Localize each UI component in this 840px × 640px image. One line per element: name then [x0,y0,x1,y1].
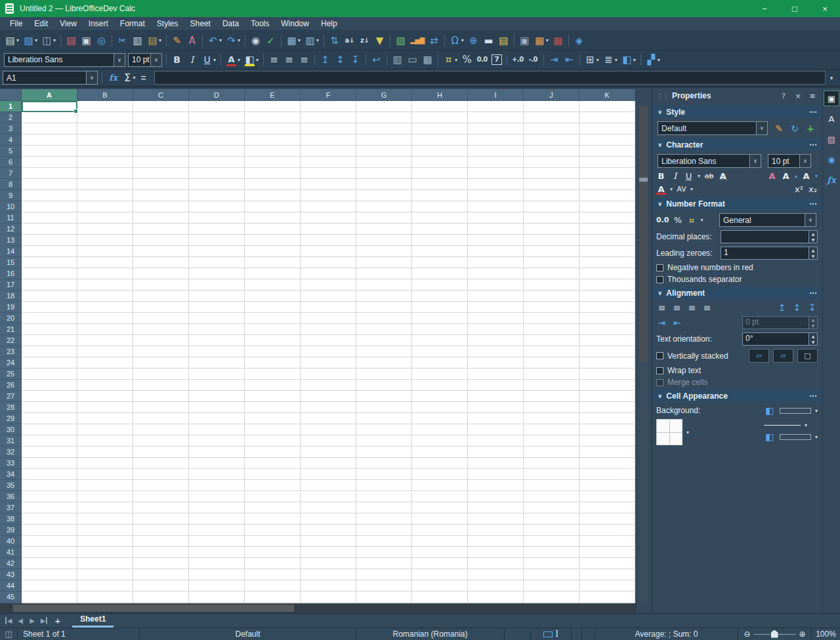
clear-direct-formatting-icon[interactable]: A [767,171,777,181]
cell-E3[interactable] [245,123,301,134]
cell-J45[interactable] [524,591,579,603]
sidebar-close-icon[interactable]: × [793,92,803,100]
cell-C41[interactable] [133,547,189,558]
row-header-35[interactable]: 35 [0,480,22,491]
cell-C22[interactable] [133,335,189,346]
negative-red-checkbox[interactable] [656,264,663,271]
cell-I15[interactable] [468,257,524,268]
column-header-G[interactable]: G [356,89,412,101]
row-header-39[interactable]: 39 [0,525,22,536]
cell-D40[interactable] [189,536,245,547]
cell-I3[interactable] [468,123,524,134]
cell-D16[interactable] [189,268,245,279]
sidebar-font-color-icon[interactable]: A [656,184,666,194]
format-currency-icon[interactable]: ¤ [687,215,697,225]
cell-C38[interactable] [133,513,189,525]
cell-C21[interactable] [133,324,189,335]
cell-I25[interactable] [468,369,524,380]
cell-H34[interactable] [412,469,468,480]
cell-C11[interactable] [133,212,189,224]
cell-G37[interactable] [356,502,412,513]
cell-H12[interactable] [412,224,468,235]
autoformat-styles-button[interactable]: ▦▾ [532,33,551,49]
cell-J2[interactable] [524,112,579,123]
cell-C14[interactable] [133,246,189,257]
new-document-dropdown-icon[interactable]: ▾ [16,37,19,43]
cell-J30[interactable] [524,424,579,435]
cell-F39[interactable] [301,525,356,536]
cell-C36[interactable] [133,491,189,502]
merge-and-center-cells-button[interactable]: ▥ [390,52,405,68]
cell-F15[interactable] [301,257,356,268]
cell-K30[interactable] [579,424,635,435]
cell-D42[interactable] [189,558,245,569]
cell-H35[interactable] [412,480,468,491]
cell-E2[interactable] [245,112,301,123]
cell-I33[interactable] [468,458,524,469]
cell-F21[interactable] [301,324,356,335]
freeze-rows-and-columns-button[interactable]: ▦ [551,33,566,49]
cell-G14[interactable] [356,246,412,257]
cell-C28[interactable] [133,402,189,413]
menu-tools[interactable]: Tools [245,17,275,30]
cell-F29[interactable] [301,413,356,424]
selection-stats[interactable]: Average: ; Sum: 0 [595,628,738,640]
cell-A17[interactable] [22,279,77,290]
expand-formula-bar-icon[interactable]: ▾ [826,75,837,81]
cell-F4[interactable] [301,134,356,146]
cell-D30[interactable] [189,424,245,435]
cell-A19[interactable] [22,302,77,313]
underline-dropdown-icon[interactable]: ▾ [213,57,216,63]
cell-E20[interactable] [245,313,301,324]
cell-K10[interactable] [579,201,635,212]
insert-pivot-table-button[interactable]: ⇄ [427,33,442,49]
cell-J26[interactable] [524,380,579,391]
column-header-C[interactable]: C [133,89,189,101]
row-header-42[interactable]: 42 [0,558,22,569]
cell-H21[interactable] [412,324,468,335]
sidebar-tab-gallery[interactable]: ▨ [824,131,839,147]
cell-J3[interactable] [524,123,579,134]
cell-A10[interactable] [22,201,77,212]
cell-E34[interactable] [245,469,301,480]
cell-F35[interactable] [301,480,356,491]
menu-view[interactable]: View [54,17,83,30]
sidebar-decrease-indent-icon[interactable]: ⇤ [671,317,682,328]
cell-K36[interactable] [579,491,635,502]
cell-G9[interactable] [356,190,412,201]
cell-H40[interactable] [412,536,468,547]
row-header-22[interactable]: 22 [0,335,22,346]
cell-G26[interactable] [356,380,412,391]
cell-G20[interactable] [356,313,412,324]
text-orientation-spinner[interactable]: 0° ▲▼ [742,332,818,346]
cell-F36[interactable] [301,491,356,502]
cell-G38[interactable] [356,513,412,525]
paste-dropdown-icon[interactable]: ▾ [159,37,161,43]
cell-C43[interactable] [133,569,189,580]
cell-B15[interactable] [77,257,133,268]
cell-F43[interactable] [301,569,356,580]
cell-C35[interactable] [133,480,189,491]
cell-H3[interactable] [412,123,468,134]
cell-J23[interactable] [524,346,579,357]
cell-K35[interactable] [579,480,635,491]
insert-rows-button[interactable]: ▦▾ [284,33,303,49]
cell-C45[interactable] [133,591,189,603]
cell-H42[interactable] [412,558,468,569]
headers-and-footers-button[interactable]: ▤ [496,33,511,49]
cell-G3[interactable] [356,123,412,134]
menu-styles[interactable]: Styles [151,17,184,30]
row-header-31[interactable]: 31 [0,435,22,447]
sort-button[interactable]: ⇅ [327,33,342,49]
cell-E37[interactable] [245,502,301,513]
cell-B28[interactable] [77,402,133,413]
cell-C12[interactable] [133,224,189,235]
cell-J5[interactable] [524,146,579,157]
cell-A6[interactable] [22,157,77,168]
cell-I26[interactable] [468,380,524,391]
text-direction-rtl-icon[interactable]: ▱ [773,349,793,363]
redo-button[interactable]: ↷▾ [224,33,242,49]
cell-D21[interactable] [189,324,245,335]
cell-B41[interactable] [77,547,133,558]
row-header-38[interactable]: 38 [0,513,22,525]
